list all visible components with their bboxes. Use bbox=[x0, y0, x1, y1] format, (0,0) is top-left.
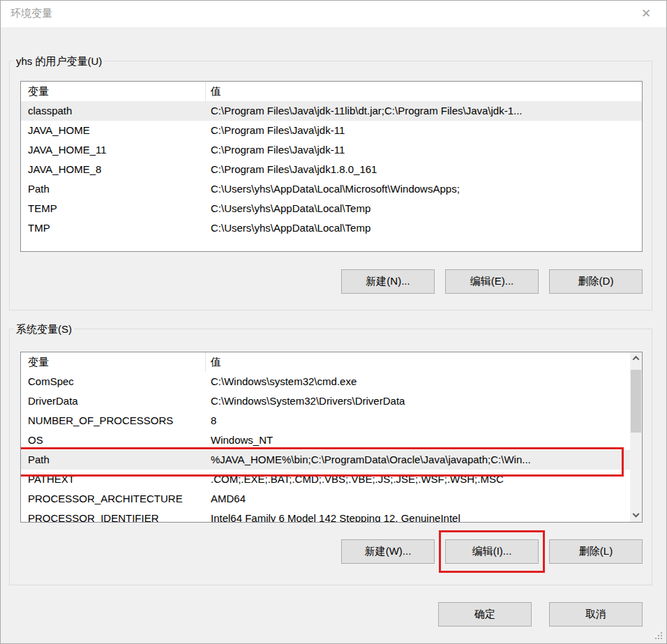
variable-row[interactable]: NUMBER_OF_PROCESSORS 8 bbox=[21, 411, 630, 430]
user-table-rows: classpath C:\Program Files\Java\jdk-11li… bbox=[21, 101, 642, 238]
variable-row[interactable]: classpath C:\Program Files\Java\jdk-11li… bbox=[21, 101, 642, 121]
variable-name-cell: JAVA_HOME bbox=[21, 121, 206, 140]
system-variables-label: 系统变量(S) bbox=[13, 322, 75, 336]
user-edit-button[interactable]: 编辑(E)... bbox=[445, 269, 539, 294]
system-edit-button[interactable]: 编辑(I)... bbox=[445, 539, 539, 564]
variable-name-cell: Path bbox=[21, 450, 206, 470]
system-new-button[interactable]: 新建(W)... bbox=[341, 539, 435, 564]
variable-row[interactable]: JAVA_HOME_8 C:\Program Files\Java\jdk1.8… bbox=[21, 160, 642, 179]
variable-row[interactable]: PROCESSOR_IDENTIFIER Intel64 Family 6 Mo… bbox=[21, 509, 630, 523]
variable-value-cell: Windows_NT bbox=[206, 430, 630, 450]
variable-name-cell: TEMP bbox=[21, 199, 206, 218]
column-header-value[interactable]: 值 bbox=[206, 352, 630, 372]
variable-value-cell: C:\Program Files\Java\jdk1.8.0_161 bbox=[206, 160, 642, 179]
scrollbar-thumb[interactable] bbox=[631, 370, 641, 433]
variable-row[interactable]: TEMP C:\Users\yhs\AppData\Local\Temp bbox=[21, 199, 642, 218]
variable-row[interactable]: ComSpec C:\Windows\system32\cmd.exe bbox=[21, 372, 630, 391]
scroll-up-icon[interactable] bbox=[630, 352, 642, 364]
variable-name-cell: PROCESSOR_IDENTIFIER bbox=[21, 509, 206, 523]
ok-button[interactable]: 确定 bbox=[438, 602, 532, 627]
variable-row[interactable]: PATHEXT .COM;.EXE;.BAT;.CMD;.VBS;.VBE;.J… bbox=[21, 470, 630, 489]
variable-value-cell: C:\Windows\System32\Drivers\DriverData bbox=[206, 391, 630, 411]
system-delete-button[interactable]: 删除(L) bbox=[549, 539, 643, 564]
variable-name-cell: DriverData bbox=[21, 391, 206, 411]
variable-row[interactable]: DriverData C:\Windows\System32\Drivers\D… bbox=[21, 391, 630, 411]
user-variables-label: yhs 的用户变量(U) bbox=[13, 54, 105, 68]
variable-value-cell: C:\Users\yhs\AppData\Local\Temp bbox=[206, 199, 642, 218]
variable-row[interactable]: Path C:\Users\yhs\AppData\Local\Microsof… bbox=[21, 179, 642, 199]
column-header-variable[interactable]: 变量 bbox=[21, 352, 206, 372]
variable-name-cell: Path bbox=[21, 179, 206, 199]
variable-value-cell: C:\Program Files\Java\jdk-11lib\dt.jar;C… bbox=[206, 101, 642, 121]
column-header-value[interactable]: 值 bbox=[206, 82, 642, 101]
system-table-rows: ComSpec C:\Windows\system32\cmd.exe Driv… bbox=[21, 372, 630, 523]
scroll-down-icon[interactable] bbox=[630, 510, 642, 522]
variable-value-cell: Intel64 Family 6 Model 142 Stepping 12, … bbox=[206, 509, 630, 523]
variable-row[interactable]: JAVA_HOME C:\Program Files\Java\jdk-11 bbox=[21, 121, 642, 140]
variable-row[interactable]: PROCESSOR_ARCHITECTURE AMD64 bbox=[21, 489, 630, 509]
titlebar: 环境变量 ✕ bbox=[1, 1, 666, 27]
variable-row[interactable]: Path %JAVA_HOME%\bin;C:\ProgramData\Orac… bbox=[21, 450, 630, 470]
variable-value-cell: AMD64 bbox=[206, 489, 630, 509]
variable-name-cell: PATHEXT bbox=[21, 470, 206, 489]
column-header-variable[interactable]: 变量 bbox=[21, 82, 206, 101]
variable-row[interactable]: OS Windows_NT bbox=[21, 430, 630, 450]
variable-value-cell: C:\Windows\system32\cmd.exe bbox=[206, 372, 630, 391]
user-table-header: 变量 值 bbox=[21, 82, 642, 101]
variable-name-cell: ComSpec bbox=[21, 372, 206, 391]
variable-name-cell: classpath bbox=[21, 101, 206, 121]
vertical-scrollbar[interactable] bbox=[630, 352, 642, 522]
variable-value-cell: C:\Program Files\Java\jdk-11 bbox=[206, 140, 642, 160]
window-title: 环境变量 bbox=[10, 7, 52, 20]
variable-row[interactable]: TMP C:\Users\yhs\AppData\Local\Temp bbox=[21, 218, 642, 238]
variable-value-cell: %JAVA_HOME%\bin;C:\ProgramData\Oracle\Ja… bbox=[206, 450, 630, 470]
variable-name-cell: TMP bbox=[21, 218, 206, 238]
variable-value-cell: C:\Program Files\Java\jdk-11 bbox=[206, 121, 642, 140]
variable-name-cell: PROCESSOR_ARCHITECTURE bbox=[21, 489, 206, 509]
system-table-header: 变量 值 bbox=[21, 352, 630, 372]
variable-name-cell: JAVA_HOME_8 bbox=[21, 160, 206, 179]
cancel-button[interactable]: 取消 bbox=[549, 602, 643, 627]
variable-row[interactable]: JAVA_HOME_11 C:\Program Files\Java\jdk-1… bbox=[21, 140, 642, 160]
variable-name-cell: JAVA_HOME_11 bbox=[21, 140, 206, 160]
variable-value-cell: C:\Users\yhs\AppData\Local\Temp bbox=[206, 218, 642, 238]
user-variables-table: 变量 值 classpath C:\Program Files\Java\jdk… bbox=[20, 81, 643, 252]
variable-name-cell: NUMBER_OF_PROCESSORS bbox=[21, 411, 206, 430]
variable-value-cell: 8 bbox=[206, 411, 630, 430]
variable-value-cell: C:\Users\yhs\AppData\Local\Microsoft\Win… bbox=[206, 179, 642, 199]
system-variables-table: 变量 值 ComSpec C:\Windows\system32\cmd.exe… bbox=[20, 352, 643, 523]
variable-value-cell: .COM;.EXE;.BAT;.CMD;.VBS;.VBE;.JS;.JSE;.… bbox=[206, 470, 630, 489]
user-new-button[interactable]: 新建(N)... bbox=[341, 269, 435, 294]
close-icon[interactable]: ✕ bbox=[633, 3, 659, 23]
environment-variables-dialog: 环境变量 ✕ yhs 的用户变量(U) 变量 值 classpath C:\Pr… bbox=[0, 0, 667, 644]
user-delete-button[interactable]: 删除(D) bbox=[549, 269, 643, 294]
variable-name-cell: OS bbox=[21, 430, 206, 450]
resize-grip[interactable] bbox=[655, 632, 664, 641]
